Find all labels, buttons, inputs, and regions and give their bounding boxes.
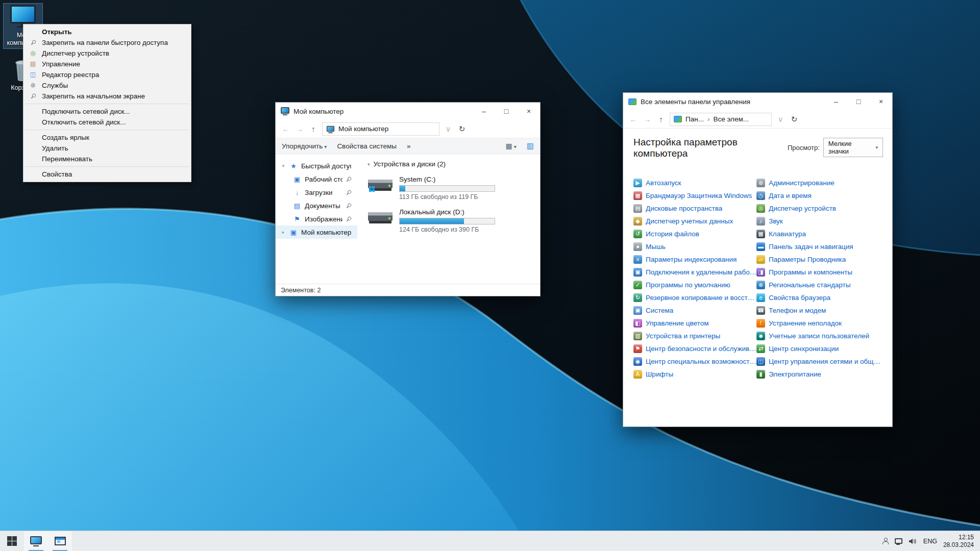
control-panel-item[interactable]: ≡Параметры индексирования — [633, 253, 756, 266]
control-panel-item[interactable]: !Устранение неполадок — [756, 317, 883, 330]
address-box[interactable]: Пан... › Все элем... — [670, 113, 772, 126]
back-button[interactable]: ← — [628, 115, 639, 123]
control-panel-item[interactable]: ☎Телефон и модем — [756, 304, 883, 317]
pin-icon — [29, 38, 37, 47]
up-button[interactable]: ↑ — [656, 115, 666, 123]
control-panel-item-label: Электропитание — [769, 370, 821, 378]
control-panel-item[interactable]: ▮Электропитание — [756, 368, 883, 381]
context-menu-item[interactable]: Закрепить на панели быстрого доступа — [23, 37, 191, 48]
close-button[interactable]: × — [518, 103, 540, 120]
control-panel-item[interactable]: ⇄Центр синхронизации — [756, 342, 883, 355]
context-menu-item[interactable]: Отключить сетевой диск... — [23, 117, 191, 128]
context-menu-item[interactable]: Закрепить на начальном экране — [23, 91, 191, 102]
control-panel-item[interactable]: ◉Центр специальных возможностей — [633, 355, 756, 368]
refresh-button[interactable]: ↻ — [789, 115, 799, 124]
control-panel-item[interactable]: ▱Параметры Проводника — [756, 253, 883, 266]
view-by-control: Просмотр: Мелкие значки ▾ — [788, 138, 883, 157]
network-icon[interactable] — [895, 538, 902, 544]
address-dropdown-button[interactable]: ∨ — [775, 115, 786, 124]
sidebar-item[interactable]: ▤Документы — [276, 199, 357, 212]
close-button[interactable]: × — [870, 93, 892, 110]
taskbar-start-button[interactable] — [0, 531, 24, 551]
control-panel-item[interactable]: ⊕Региональные стандарты — [756, 279, 883, 291]
control-panel-titlebar[interactable]: Все элементы панели управления – □ × — [623, 93, 892, 110]
taskbar-clock[interactable]: 12:15 28.03.2024 — [943, 534, 974, 549]
forward-button[interactable]: → — [642, 115, 652, 123]
sidebar-item[interactable]: ▣Рабочий стол — [276, 172, 357, 186]
control-panel-item[interactable]: ◨Программы и компоненты — [756, 266, 883, 279]
toolbar-overflow-button[interactable]: » — [407, 142, 411, 150]
control-panel-item[interactable]: ▣Подключения к удаленным рабоч... — [633, 266, 756, 279]
control-panel-item[interactable]: ↻Резервное копирование и восстан... — [633, 291, 756, 304]
control-panel-item[interactable]: ▥Устройства и принтеры — [633, 330, 756, 342]
context-menu-item[interactable]: Подключить сетевой диск... — [23, 106, 191, 117]
back-button[interactable]: ← — [281, 124, 291, 133]
context-menu-item[interactable]: ◫Редактор реестра — [23, 69, 191, 80]
view-by-dropdown[interactable]: Мелкие значки ▾ — [823, 138, 883, 157]
sidebar-item[interactable]: ⚑Изображения — [276, 212, 357, 226]
control-panel-item[interactable]: ◆Диспетчер учетных данных — [633, 215, 756, 228]
address-text: Мой компьютер — [338, 125, 388, 133]
sidebar-item[interactable]: ▸▣Мой компьютер — [276, 226, 357, 239]
view-switch-icon[interactable]: ▦▾ — [506, 142, 517, 150]
context-menu-item-label: Подключить сетевой диск... — [42, 108, 130, 115]
control-panel-item[interactable]: ✓Программы по умолчанию — [633, 279, 756, 291]
control-panel-item[interactable]: ⊛Администрирование — [756, 177, 883, 189]
context-menu-item[interactable]: Переименовать — [23, 154, 191, 164]
language-indicator[interactable]: ENG — [923, 538, 937, 545]
control-panel-item[interactable]: ◎Диспетчер устройств — [756, 202, 883, 215]
control-panel-item[interactable]: ▶Автозапуск — [633, 177, 756, 189]
control-panel-item[interactable]: ▦Клавиатура — [756, 228, 883, 240]
group-header[interactable]: ▾ Устройства и диски (2) — [368, 160, 535, 168]
control-panel-item[interactable]: eСвойства браузера — [756, 291, 883, 304]
up-button[interactable]: ↑ — [308, 124, 318, 133]
taskbar-explorer-button[interactable] — [24, 531, 48, 551]
context-menu-item[interactable]: Свойства — [23, 169, 191, 180]
context-menu-item[interactable]: Создать ярлык — [23, 132, 191, 143]
sidebar-item[interactable]: ▾★Быстрый доступ — [276, 159, 357, 172]
control-panel-item[interactable]: ◧Управление цветом — [633, 317, 756, 330]
breadcrumb-control-panel[interactable]: Пан... — [685, 115, 704, 123]
sidebar-item[interactable]: ↓Загрузки — [276, 186, 357, 199]
control-panel-item[interactable]: ◫Центр управления сетями и общи... — [756, 355, 883, 368]
context-menu-item[interactable]: ▤Управление — [23, 59, 191, 69]
context-menu-item[interactable]: ⊛Службы — [23, 80, 191, 91]
control-panel-item[interactable]: ▦Брандмауэр Защитника Windows — [633, 189, 756, 202]
fonts-icon: A — [633, 370, 642, 379]
address-dropdown-button[interactable]: ∨ — [443, 124, 453, 134]
maximize-button[interactable]: □ — [847, 93, 870, 110]
drive-item[interactable]: Локальный диск (D:)124 ГБ свободно из 39… — [368, 208, 535, 233]
control-panel-item[interactable]: ◷Дата и время — [756, 189, 883, 202]
organize-button[interactable]: Упорядочить▾ — [282, 142, 327, 150]
control-panel-item[interactable]: AШрифты — [633, 368, 756, 381]
system-properties-button[interactable]: Свойства системы — [337, 142, 397, 150]
group-collapse-icon[interactable]: ▾ — [368, 162, 370, 167]
control-panel-item[interactable]: ●Мышь — [633, 240, 756, 253]
control-panel-item[interactable]: ☻Учетные записи пользователей — [756, 330, 883, 342]
context-menu-item[interactable]: Удалить — [23, 143, 191, 154]
breadcrumb-all-items[interactable]: Все элем... — [713, 115, 749, 123]
drive-item[interactable]: System (C:)113 ГБ свободно из 119 ГБ — [368, 175, 535, 201]
context-menu-item[interactable]: Открыть — [23, 27, 191, 37]
address-box[interactable]: Мой компьютер — [322, 122, 439, 136]
control-panel-item[interactable]: ⚑Центр безопасности и обслуживан... — [633, 342, 756, 355]
control-panel-icon — [55, 537, 66, 545]
preview-pane-icon[interactable]: ▥ — [527, 141, 534, 151]
explorer-titlebar[interactable]: Мой компьютер – □ × — [276, 103, 540, 120]
minimize-button[interactable]: – — [473, 103, 495, 120]
people-icon[interactable] — [882, 538, 889, 544]
control-panel-item[interactable]: ↺История файлов — [633, 228, 756, 240]
control-panel-item[interactable]: ▣Система — [633, 304, 756, 317]
taskbar-control-panel-button[interactable] — [48, 531, 72, 551]
context-menu-item[interactable]: ◎Диспетчер устройств — [23, 48, 191, 59]
maximize-button[interactable]: □ — [495, 103, 518, 120]
refresh-button[interactable]: ↻ — [457, 124, 467, 134]
control-panel-item[interactable]: ▤Дисковые пространства — [633, 202, 756, 215]
control-panel-item[interactable]: ▬Панель задач и навигация — [756, 240, 883, 253]
volume-icon[interactable] — [909, 538, 917, 545]
forward-button[interactable]: → — [295, 124, 305, 133]
item-count: Элементов: 2 — [281, 287, 321, 294]
minimize-button[interactable]: – — [825, 93, 847, 110]
control-panel-item[interactable]: ♪Звук — [756, 215, 883, 228]
context-menu-item-label: Создать ярлык — [42, 134, 89, 141]
